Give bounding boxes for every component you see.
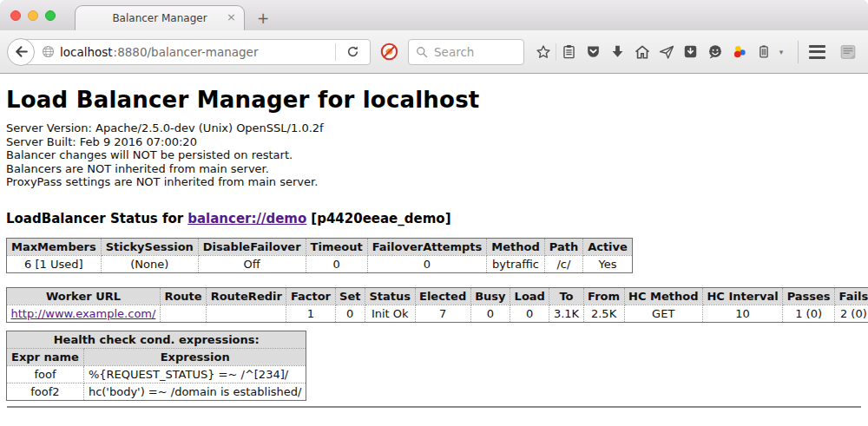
flash-block-icon[interactable]: [378, 39, 401, 65]
tab-balancer-manager[interactable]: Balancer Manager ×: [75, 5, 245, 30]
footer-divider: [7, 406, 861, 408]
hamburger-menu-icon[interactable]: [806, 39, 829, 65]
close-window-button[interactable]: [10, 10, 21, 21]
cell-factor: 1: [286, 305, 335, 322]
column-header: Passes: [783, 287, 835, 305]
column-header: HC Interval: [702, 287, 782, 305]
window-controls: [10, 10, 56, 21]
bookmark-star-icon[interactable]: [531, 39, 555, 65]
column-header: Status: [365, 287, 415, 305]
worker-table-row: http://www.example.com/ 1 0 Init Ok 7 0 …: [7, 305, 868, 322]
toolbar-divider: [798, 41, 799, 63]
cell-hc-interval: 10: [702, 305, 782, 322]
page-content: Load Balancer Manager for localhost Serv…: [0, 74, 868, 426]
column-header: Set: [335, 287, 365, 305]
colored-dots-icon[interactable]: [727, 39, 751, 65]
page-title: Load Balancer Manager for localhost: [6, 87, 862, 113]
cell-routeredir: [207, 305, 286, 322]
column-header: Factor: [286, 287, 335, 305]
navigation-toolbar: localhost:8880/balancer-manager: [0, 30, 868, 74]
battery-icon[interactable]: [752, 39, 775, 65]
download-arrow-icon[interactable]: [606, 39, 629, 65]
worker-url-link[interactable]: http://www.example.com/: [11, 307, 156, 320]
search-magnifier-icon: [416, 46, 428, 58]
cell-fails: 2 (0): [835, 305, 868, 322]
cell-expr-name: foof: [7, 365, 84, 383]
url-domain: localhost: [60, 45, 113, 59]
column-header: Method: [487, 238, 544, 255]
balancer-table-header-row: MaxMembers StickySession DisableFailover…: [7, 238, 633, 255]
balancer-demo-link[interactable]: balancer://demo: [187, 211, 306, 226]
cell-expression: hc('body') =~ /domain is established/: [83, 383, 306, 400]
server-version-line: Server Version: Apache/2.5.0-dev (Unix) …: [6, 121, 862, 135]
column-header: FailoverAttempts: [367, 238, 487, 255]
cell-route: [160, 305, 206, 322]
url-bar[interactable]: localhost:8880/balancer-manager: [20, 39, 371, 65]
cell-path: /c/: [544, 255, 582, 272]
back-arrow-icon: [14, 44, 29, 59]
toolbar-right-group: [798, 39, 859, 65]
back-button[interactable]: [7, 38, 35, 66]
dropdown-caret-icon[interactable]: ▾: [776, 48, 786, 56]
cell-from: 2.5K: [583, 305, 624, 322]
tab-title: Balancer Manager: [112, 12, 207, 24]
reload-button[interactable]: [341, 39, 365, 65]
column-header: HC Method: [624, 287, 702, 305]
proxypass-warning-line: ProxyPass settings are NOT inherited fro…: [6, 175, 862, 189]
health-table-row: foof %{REQUEST_STATUS} =~ /^[234]/: [7, 365, 306, 383]
cell-load: 0: [510, 305, 549, 322]
balancer-table: MaxMembers StickySession DisableFailover…: [6, 238, 633, 273]
worker-table: Worker URL Route RouteRedir Factor Set S…: [6, 287, 868, 323]
column-header: Worker URL: [7, 287, 161, 305]
pocket-shield-icon[interactable]: [582, 39, 605, 65]
column-header: Fails: [835, 287, 868, 305]
cell-set: 0: [335, 305, 365, 322]
persist-warning-line: Balancer changes will NOT be persisted o…: [6, 148, 862, 162]
cell-disablefailover: Off: [198, 255, 306, 272]
search-bar[interactable]: [408, 39, 524, 65]
cell-method: bytraffic: [487, 255, 544, 272]
column-header: DisableFailover: [198, 238, 306, 255]
column-header: Busy: [470, 287, 510, 305]
url-path: :8880/balancer-manager: [114, 45, 259, 59]
toolbar-divider: [556, 43, 556, 61]
paper-plane-icon[interactable]: [654, 39, 678, 65]
column-header: Active: [583, 238, 633, 255]
minimize-window-button[interactable]: [28, 10, 38, 21]
column-header: Timeout: [306, 238, 367, 255]
column-header: RouteRedir: [207, 287, 286, 305]
server-built-line: Server Built: Feb 9 2016 07:00:20: [6, 135, 862, 149]
smiley-bubble-icon[interactable]: [703, 39, 727, 65]
grid-panel-icon[interactable]: [836, 39, 859, 65]
health-table-row: foof2 hc('body') =~ /domain is establish…: [7, 383, 306, 400]
clipboard-icon[interactable]: [557, 39, 581, 65]
cell-passes: 1 (0): [783, 305, 835, 322]
zoom-window-button[interactable]: [45, 10, 56, 21]
worker-table-header-row: Worker URL Route RouteRedir Factor Set S…: [7, 287, 868, 305]
column-header: Expression: [83, 348, 306, 365]
cell-expression: %{REQUEST_STATUS} =~ /^[234]/: [83, 365, 306, 383]
health-table-title-row: Health check cond. expressions:: [7, 331, 306, 348]
balancers-warning-line: Balancers are NOT inherited from main se…: [6, 162, 862, 176]
square-download-icon[interactable]: [679, 39, 702, 65]
cell-hc-method: GET: [624, 305, 702, 322]
titlebar: Balancer Manager × +: [0, 0, 868, 30]
cell-failoverattempts: 0: [367, 255, 487, 272]
server-info: Server Version: Apache/2.5.0-dev (Unix) …: [6, 121, 862, 189]
heading-suffix: [p4420eeae_demo]: [311, 211, 450, 226]
column-header: MaxMembers: [7, 238, 102, 255]
new-tab-button[interactable]: +: [257, 11, 269, 26]
heading-prefix: LoadBalancer Status for: [6, 211, 183, 226]
column-header: Expr name: [7, 348, 84, 365]
column-header: Path: [544, 238, 582, 255]
column-header: From: [583, 287, 624, 305]
search-input[interactable]: [432, 44, 510, 60]
tab-close-icon[interactable]: ×: [227, 11, 236, 23]
cell-timeout: 0: [306, 255, 367, 272]
cell-active: Yes: [583, 255, 633, 272]
cell-status: Init Ok: [365, 305, 415, 322]
health-check-table: Health check cond. expressions: Expr nam…: [6, 331, 306, 401]
home-icon[interactable]: [630, 39, 654, 65]
column-header: To: [549, 287, 583, 305]
column-header: Route: [160, 287, 206, 305]
